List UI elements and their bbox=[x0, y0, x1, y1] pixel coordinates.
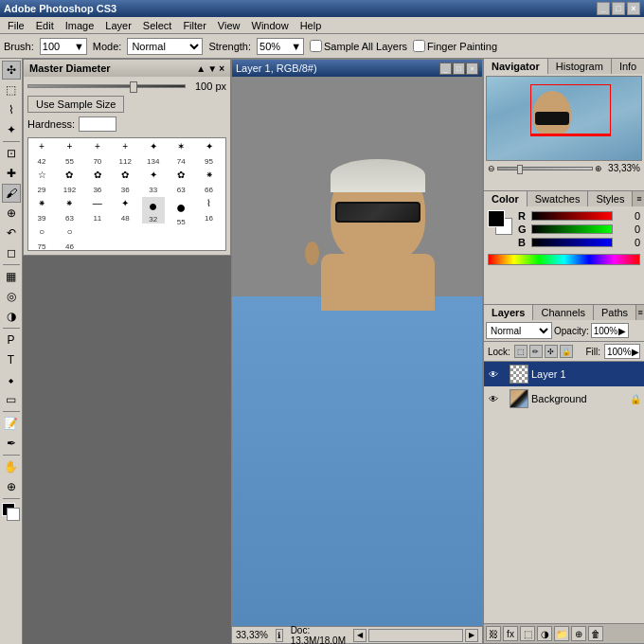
move-tool[interactable]: ✣ bbox=[2, 61, 21, 80]
brush-item[interactable]: ✶74 bbox=[170, 140, 192, 167]
brush-panel-controls[interactable]: ▲ ▼ × bbox=[196, 63, 224, 74]
eyedropper-tool[interactable]: ✒ bbox=[2, 434, 21, 453]
scroll-left[interactable]: ◀ bbox=[353, 629, 367, 642]
shape-tool[interactable]: ▭ bbox=[2, 390, 21, 409]
lock-transparent-button[interactable]: ⬚ bbox=[514, 345, 528, 358]
layer-style-button[interactable]: fx bbox=[503, 626, 518, 641]
doc-maximize-button[interactable]: □ bbox=[453, 63, 465, 75]
brush-item[interactable]: ✦33 bbox=[142, 169, 165, 195]
layers-panel-collapse[interactable]: ≡ bbox=[636, 308, 644, 317]
menu-layer[interactable]: Layer bbox=[99, 19, 137, 32]
navigator-preview[interactable] bbox=[486, 76, 642, 161]
clone-tool[interactable]: ⊕ bbox=[2, 204, 21, 223]
menu-edit[interactable]: Edit bbox=[30, 19, 60, 32]
brush-tool[interactable]: 🖌 bbox=[2, 184, 21, 203]
zoom-tool[interactable]: ⊕ bbox=[2, 477, 21, 496]
tab-layers[interactable]: Layers bbox=[484, 305, 533, 320]
layer-group-button[interactable]: 📁 bbox=[554, 626, 569, 641]
fill-input[interactable]: 100% ▶ bbox=[604, 344, 640, 359]
history-brush-tool[interactable]: ↶ bbox=[2, 224, 21, 242]
status-info-button[interactable]: ℹ bbox=[276, 629, 283, 642]
brush-item[interactable]: —11 bbox=[86, 197, 109, 224]
menu-window[interactable]: Window bbox=[246, 19, 295, 32]
color-panel-collapse[interactable]: ≡ bbox=[635, 194, 644, 204]
foreground-swatch[interactable] bbox=[488, 210, 505, 227]
healing-brush-tool[interactable]: ✚ bbox=[2, 164, 21, 183]
brush-item[interactable]: ✦95 bbox=[198, 140, 221, 167]
layer-row-layer1[interactable]: 👁 Layer 1 bbox=[484, 362, 644, 386]
zoom-slider-thumb[interactable] bbox=[517, 165, 523, 174]
tab-color[interactable]: Color bbox=[484, 191, 528, 206]
finger-painting-checkbox[interactable]: Finger Painting bbox=[413, 40, 497, 52]
g-slider[interactable] bbox=[531, 224, 613, 234]
marquee-tool[interactable]: ⬚ bbox=[2, 80, 21, 99]
crop-tool[interactable]: ⊡ bbox=[2, 144, 21, 163]
minimize-button[interactable]: _ bbox=[597, 2, 610, 15]
brush-item[interactable]: ⁕39 bbox=[30, 197, 53, 224]
tab-info[interactable]: Info bbox=[612, 59, 644, 74]
brush-item[interactable]: ○75 bbox=[30, 225, 53, 251]
gradient-tool[interactable]: ▦ bbox=[2, 267, 21, 286]
tab-styles[interactable]: Styles bbox=[588, 191, 633, 206]
brush-item[interactable]: ⌇16 bbox=[198, 197, 221, 224]
tab-swatches[interactable]: Swatches bbox=[528, 191, 589, 206]
diameter-slider[interactable] bbox=[27, 84, 186, 88]
brush-size-input[interactable]: 100 ▼ bbox=[40, 38, 87, 55]
layer-adjustment-button[interactable]: ◑ bbox=[537, 626, 552, 641]
type-tool[interactable]: T bbox=[2, 350, 21, 369]
zoom-out-icon[interactable]: ⊖ bbox=[488, 164, 495, 173]
color-spectrum-bar[interactable] bbox=[488, 254, 640, 265]
lock-all-button[interactable]: 🔒 bbox=[560, 345, 573, 358]
brush-item[interactable]: ✦134 bbox=[142, 140, 165, 167]
use-sample-size-button[interactable]: Use Sample Size bbox=[27, 96, 124, 113]
maximize-button[interactable]: □ bbox=[612, 2, 625, 15]
tab-channels[interactable]: Channels bbox=[533, 305, 593, 320]
brush-panel-scroll-up[interactable]: ▲ bbox=[196, 63, 206, 74]
brush-item[interactable]: +55 bbox=[58, 140, 80, 167]
brush-item[interactable]: +42 bbox=[30, 140, 53, 167]
blend-mode-select[interactable]: Normal bbox=[486, 322, 552, 339]
brush-item[interactable]: ✦48 bbox=[114, 197, 136, 224]
layer-mask-button[interactable]: ⬚ bbox=[520, 626, 535, 641]
title-bar-buttons[interactable]: _ □ × bbox=[597, 2, 640, 15]
sample-all-checkbox[interactable]: Sample All Layers bbox=[310, 40, 407, 52]
brush-item[interactable]: ☆29 bbox=[30, 169, 53, 195]
pen-tool[interactable]: P bbox=[2, 331, 21, 349]
diameter-slider-thumb[interactable] bbox=[130, 81, 137, 93]
dodge-tool[interactable]: ◑ bbox=[2, 307, 21, 326]
doc-close-button[interactable]: × bbox=[466, 63, 478, 75]
document-title-buttons[interactable]: _ □ × bbox=[439, 63, 478, 75]
notes-tool[interactable]: 📝 bbox=[2, 414, 21, 433]
navigator-zoom-slider[interactable] bbox=[497, 167, 593, 170]
menu-help[interactable]: Help bbox=[295, 19, 328, 32]
scroll-right[interactable]: ▶ bbox=[465, 629, 478, 642]
brush-item[interactable]: ⁕63 bbox=[58, 197, 80, 224]
brush-item[interactable]: ●32 bbox=[142, 197, 165, 224]
hardness-input[interactable] bbox=[79, 116, 116, 132]
brush-item[interactable]: ✿36 bbox=[114, 169, 136, 195]
mode-select[interactable]: Normal bbox=[127, 38, 203, 55]
brush-item[interactable]: ●55 bbox=[170, 197, 192, 224]
blur-tool[interactable]: ◎ bbox=[2, 287, 21, 306]
layer-link-button[interactable]: ⛓ bbox=[486, 626, 501, 641]
strength-input[interactable]: 50% ▼ bbox=[257, 38, 304, 55]
hand-tool[interactable]: ✋ bbox=[2, 457, 21, 476]
fg-bg-swatches[interactable] bbox=[488, 210, 514, 237]
brush-panel-scroll-down[interactable]: ▼ bbox=[207, 63, 217, 74]
magic-wand-tool[interactable]: ✦ bbox=[2, 120, 21, 139]
color-swatch-area[interactable] bbox=[2, 503, 21, 522]
tab-navigator[interactable]: Navigator bbox=[484, 59, 548, 74]
delete-layer-button[interactable]: 🗑 bbox=[588, 626, 603, 641]
tab-paths[interactable]: Paths bbox=[594, 305, 636, 320]
lasso-tool[interactable]: ⌇ bbox=[2, 100, 21, 119]
background-visibility-toggle[interactable]: 👁 bbox=[487, 392, 500, 405]
path-select-tool[interactable]: ⬥ bbox=[2, 370, 21, 389]
scroll-controls[interactable]: ◀ ▶ bbox=[353, 629, 478, 642]
zoom-in-icon[interactable]: ⊕ bbox=[595, 164, 602, 173]
doc-minimize-button[interactable]: _ bbox=[439, 63, 452, 75]
menu-select[interactable]: Select bbox=[137, 19, 178, 32]
brush-item[interactable]: +70 bbox=[86, 140, 109, 167]
brush-item[interactable]: ⁕66 bbox=[198, 169, 221, 195]
menu-file[interactable]: File bbox=[2, 19, 30, 32]
opacity-input[interactable]: 100% ▶ bbox=[591, 323, 629, 338]
